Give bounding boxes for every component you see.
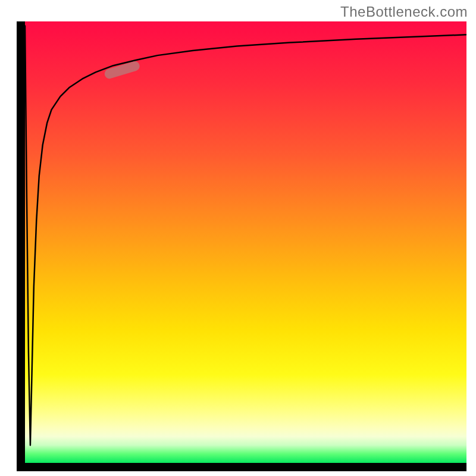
chart-root: TheBottleneck.com xyxy=(0,0,476,476)
plot-frame xyxy=(17,21,466,471)
attribution-text: TheBottleneck.com xyxy=(340,4,468,20)
dip-curve xyxy=(25,26,466,445)
curve-group xyxy=(25,26,466,445)
plot-svg xyxy=(25,21,466,463)
